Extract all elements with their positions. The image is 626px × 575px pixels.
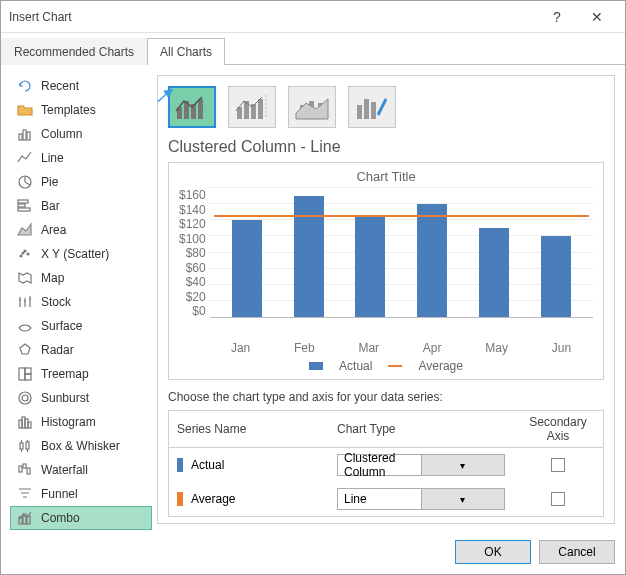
y-axis-labels: $160$140$120$100$80$60$40$20$0 — [179, 188, 210, 318]
map-chart-icon — [17, 270, 33, 286]
svg-rect-6 — [18, 208, 30, 211]
recent-icon — [17, 78, 33, 94]
chart-type-select-average[interactable]: Line▾ — [337, 488, 505, 510]
sidebar-item-line[interactable]: Line — [11, 147, 151, 169]
subtype-custom-combo[interactable] — [348, 86, 396, 128]
sidebar-item-label: Treemap — [41, 367, 89, 381]
svg-rect-4 — [18, 200, 28, 203]
treemap-chart-icon — [17, 366, 33, 382]
svg-point-10 — [22, 252, 24, 254]
chart-preview[interactable]: Chart Title $160$140$120$100$80$60$40$20… — [168, 162, 604, 380]
legend-label-actual: Actual — [339, 359, 372, 373]
plot-area — [210, 188, 593, 318]
svg-rect-21 — [26, 442, 29, 449]
dialog-title: Insert Chart — [9, 10, 537, 24]
series-name-label: Average — [191, 492, 235, 506]
series-row-actual: Actual Clustered Column▾ — [169, 448, 603, 482]
chart-type-select-actual[interactable]: Clustered Column▾ — [337, 454, 505, 476]
combo-chart-icon — [17, 510, 33, 526]
svg-rect-2 — [27, 132, 30, 140]
radar-chart-icon — [17, 342, 33, 358]
sidebar-item-label: Line — [41, 151, 64, 165]
svg-point-9 — [27, 253, 29, 255]
sidebar-item-radar[interactable]: Radar — [11, 339, 151, 361]
svg-rect-40 — [357, 105, 362, 119]
svg-point-14 — [19, 392, 31, 404]
sidebar-item-histogram[interactable]: Histogram — [11, 411, 151, 433]
pie-chart-icon — [17, 174, 33, 190]
secondary-axis-checkbox-average[interactable] — [551, 492, 565, 506]
tab-all-charts[interactable]: All Charts — [147, 38, 225, 65]
sidebar-item-funnel[interactable]: Funnel — [11, 483, 151, 505]
stock-chart-icon — [17, 294, 33, 310]
sidebar-item-sunburst[interactable]: Sunburst — [11, 387, 151, 409]
tab-recommended-charts[interactable]: Recommended Charts — [1, 38, 147, 65]
svg-rect-22 — [19, 466, 22, 472]
sidebar-item-treemap[interactable]: Treemap — [11, 363, 151, 385]
sidebar-item-stock[interactable]: Stock — [11, 291, 151, 313]
subtype-clustered-column-line[interactable] — [168, 86, 216, 128]
close-button[interactable]: ✕ — [577, 9, 617, 25]
sidebar-item-waterfall[interactable]: Waterfall — [11, 459, 151, 481]
series-row-average: Average Line▾ — [169, 482, 603, 516]
surface-chart-icon — [17, 318, 33, 334]
series-chip-average — [177, 492, 183, 506]
chart-title: Chart Title — [179, 169, 593, 184]
svg-point-8 — [24, 250, 26, 252]
bar-chart-icon — [17, 198, 33, 214]
series-name-label: Actual — [191, 458, 224, 472]
waterfall-chart-icon — [17, 462, 33, 478]
sidebar-item-surface[interactable]: Surface — [11, 315, 151, 337]
chevron-down-icon: ▾ — [421, 489, 505, 509]
scatter-chart-icon — [17, 246, 33, 262]
help-button[interactable]: ? — [537, 9, 577, 25]
box-whisker-icon — [17, 438, 33, 454]
sidebar-item-label: Map — [41, 271, 64, 285]
chevron-down-icon: ▾ — [421, 455, 505, 475]
ok-button[interactable]: OK — [455, 540, 531, 564]
svg-rect-42 — [371, 102, 376, 119]
sidebar-item-templates[interactable]: Templates — [11, 99, 151, 121]
sidebar-item-combo[interactable]: Combo — [11, 507, 151, 529]
series-chip-actual — [177, 458, 183, 472]
chart-legend: Actual Average — [179, 359, 593, 373]
sidebar-item-bar[interactable]: Bar — [11, 195, 151, 217]
sidebar-item-label: Box & Whisker — [41, 439, 120, 453]
sidebar-item-label: Recent — [41, 79, 79, 93]
secondary-axis-checkbox-actual[interactable] — [551, 458, 565, 472]
sidebar-item-recent[interactable]: Recent — [11, 75, 151, 97]
sidebar-item-label: Area — [41, 223, 66, 237]
sidebar-item-pie[interactable]: Pie — [11, 171, 151, 193]
subtype-stacked-area-column[interactable] — [288, 86, 336, 128]
sidebar-item-area[interactable]: Area — [11, 219, 151, 241]
tab-strip: Recommended Charts All Charts — [1, 33, 625, 65]
sidebar-item-box-whisker[interactable]: Box & Whisker — [11, 435, 151, 457]
svg-rect-13 — [25, 374, 31, 380]
sidebar-item-label: Pie — [41, 175, 58, 189]
sidebar-item-label: Funnel — [41, 487, 78, 501]
sidebar-item-label: Column — [41, 127, 82, 141]
series-config-prompt: Choose the chart type and axis for your … — [168, 390, 604, 404]
subtype-clustered-column-line-secondary[interactable] — [228, 86, 276, 128]
svg-rect-31 — [198, 99, 203, 119]
title-bar: Insert Chart ? ✕ — [1, 1, 625, 33]
cancel-button[interactable]: Cancel — [539, 540, 615, 564]
sidebar-item-label: X Y (Scatter) — [41, 247, 109, 261]
svg-rect-23 — [23, 464, 26, 468]
header-series-name: Series Name — [169, 418, 329, 440]
legend-label-average: Average — [418, 359, 462, 373]
sidebar-item-scatter[interactable]: X Y (Scatter) — [11, 243, 151, 265]
sidebar-item-column[interactable]: Column — [11, 123, 151, 145]
funnel-chart-icon — [17, 486, 33, 502]
x-axis-labels: JanFebMarAprMayJun — [209, 338, 593, 355]
sidebar-item-map[interactable]: Map — [11, 267, 151, 289]
svg-rect-11 — [19, 368, 25, 380]
sidebar-item-label: Waterfall — [41, 463, 88, 477]
svg-rect-20 — [20, 443, 23, 449]
sunburst-chart-icon — [17, 390, 33, 406]
svg-rect-5 — [18, 204, 25, 207]
svg-rect-1 — [23, 130, 26, 140]
series-config-table: Series Name Chart Type Secondary Axis Ac… — [168, 410, 604, 517]
svg-rect-41 — [364, 99, 369, 119]
histogram-chart-icon — [17, 414, 33, 430]
